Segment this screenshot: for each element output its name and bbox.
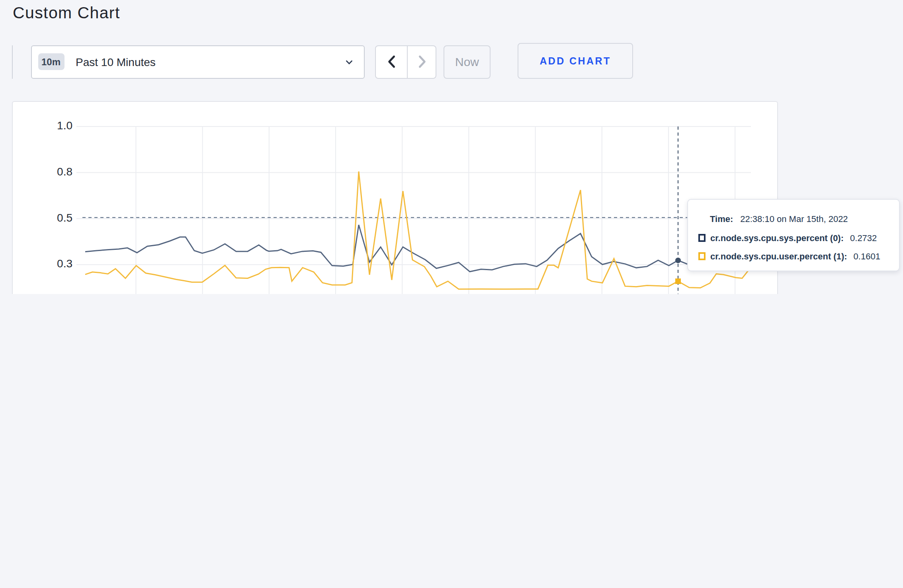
- svg-text:0.5: 0.5: [57, 211, 72, 224]
- svg-text:0.8: 0.8: [57, 165, 72, 177]
- svg-text:0.3: 0.3: [57, 257, 72, 269]
- svg-text:1.0: 1.0: [57, 119, 72, 131]
